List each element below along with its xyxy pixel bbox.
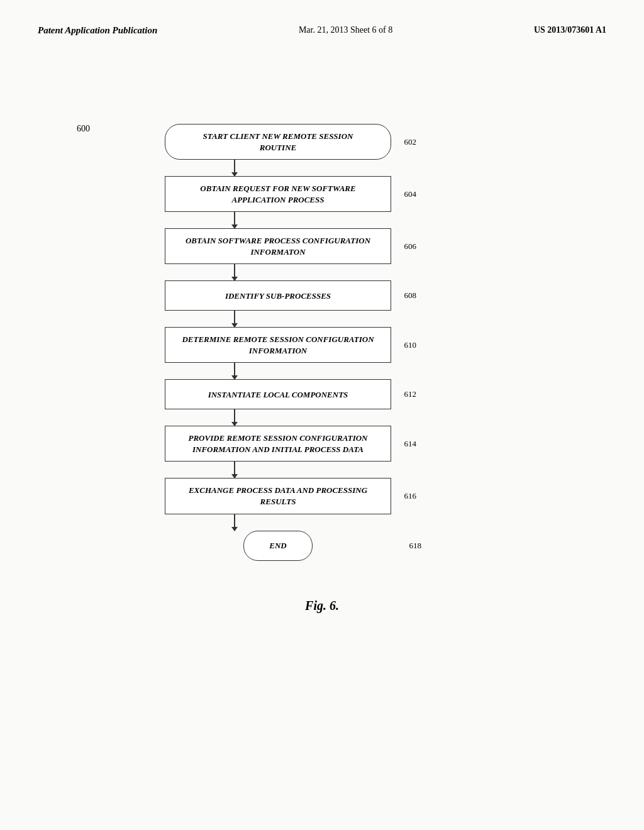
header-publication-label: Patent Application Publication: [38, 25, 157, 36]
step-606-text: OBTAIN SOFTWARE PROCESS CONFIGURATIONINF…: [186, 235, 370, 257]
arrow-614-616: [234, 462, 235, 478]
step-612-label: 612: [404, 389, 417, 399]
arrow-612-614: [234, 409, 235, 426]
arrow-616-618: [234, 514, 235, 531]
step-614-text: PROVIDE REMOTE SESSION CONFIGURATIONINFO…: [189, 433, 368, 455]
step-row-602: START CLIENT NEW REMOTE SESSIONROUTINE 6…: [121, 124, 435, 160]
step-row-610: DETERMINE REMOTE SESSION CONFIGURATIONIN…: [121, 327, 435, 363]
step-row-604: OBTAIN REQUEST FOR NEW SOFTWAREAPPLICATI…: [121, 176, 435, 212]
step-616-label: 616: [404, 491, 417, 501]
step-608-text: IDENTIFY SUB-PROCESSES: [225, 290, 331, 302]
step-row-612: INSTANTIATE LOCAL COMPONENTS 612: [121, 379, 435, 409]
step-606-box: OBTAIN SOFTWARE PROCESS CONFIGURATIONINF…: [165, 228, 391, 264]
header-patent-number: US 2013/073601 A1: [534, 25, 606, 35]
step-610-label: 610: [404, 340, 417, 350]
page-header: Patent Application Publication Mar. 21, …: [38, 25, 606, 36]
flowchart-steps: START CLIENT NEW REMOTE SESSIONROUTINE 6…: [121, 124, 435, 561]
step-604-text: OBTAIN REQUEST FOR NEW SOFTWAREAPPLICATI…: [200, 183, 355, 205]
step-612-text: INSTANTIATE LOCAL COMPONENTS: [208, 389, 348, 401]
step-608-box: IDENTIFY SUB-PROCESSES: [165, 280, 391, 311]
step-row-618: END 618: [121, 531, 435, 561]
step-608-label: 608: [404, 290, 417, 301]
step-618-box: END: [243, 531, 313, 561]
step-614-box: PROVIDE REMOTE SESSION CONFIGURATIONINFO…: [165, 426, 391, 462]
step-602-box: START CLIENT NEW REMOTE SESSIONROUTINE: [165, 124, 391, 160]
arrow-608-610: [234, 311, 235, 327]
step-604-box: OBTAIN REQUEST FOR NEW SOFTWAREAPPLICATI…: [165, 176, 391, 212]
flow-id-label: 600: [77, 124, 90, 134]
header-date-sheet: Mar. 21, 2013 Sheet 6 of 8: [299, 25, 392, 35]
step-row-608: IDENTIFY SUB-PROCESSES 608: [121, 280, 435, 311]
step-610-text: DETERMINE REMOTE SESSION CONFIGURATIONIN…: [182, 334, 374, 356]
step-612-box: INSTANTIATE LOCAL COMPONENTS: [165, 379, 391, 409]
step-616-box: EXCHANGE PROCESS DATA AND PROCESSINGRESU…: [165, 478, 391, 514]
arrow-610-612: [234, 363, 235, 379]
step-row-606: OBTAIN SOFTWARE PROCESS CONFIGURATIONINF…: [121, 228, 435, 264]
step-618-text: END: [269, 540, 286, 551]
step-row-616: EXCHANGE PROCESS DATA AND PROCESSINGRESU…: [121, 478, 435, 514]
flowchart-diagram: 600 START CLIENT NEW REMOTE SESSIONROUTI…: [38, 124, 606, 561]
step-616-text: EXCHANGE PROCESS DATA AND PROCESSINGRESU…: [189, 485, 367, 507]
figure-caption: Fig. 6.: [38, 599, 606, 613]
step-row-614: PROVIDE REMOTE SESSION CONFIGURATIONINFO…: [121, 426, 435, 462]
step-610-box: DETERMINE REMOTE SESSION CONFIGURATIONIN…: [165, 327, 391, 363]
arrow-604-606: [234, 212, 235, 228]
step-618-label: 618: [409, 541, 422, 551]
step-602-label: 602: [404, 137, 417, 147]
page: Patent Application Publication Mar. 21, …: [0, 0, 644, 830]
arrow-602-604: [234, 160, 235, 176]
arrow-606-608: [234, 264, 235, 280]
step-606-label: 606: [404, 241, 417, 252]
step-604-label: 604: [404, 189, 417, 199]
step-614-label: 614: [404, 439, 417, 449]
step-602-text: START CLIENT NEW REMOTE SESSIONROUTINE: [203, 131, 353, 153]
